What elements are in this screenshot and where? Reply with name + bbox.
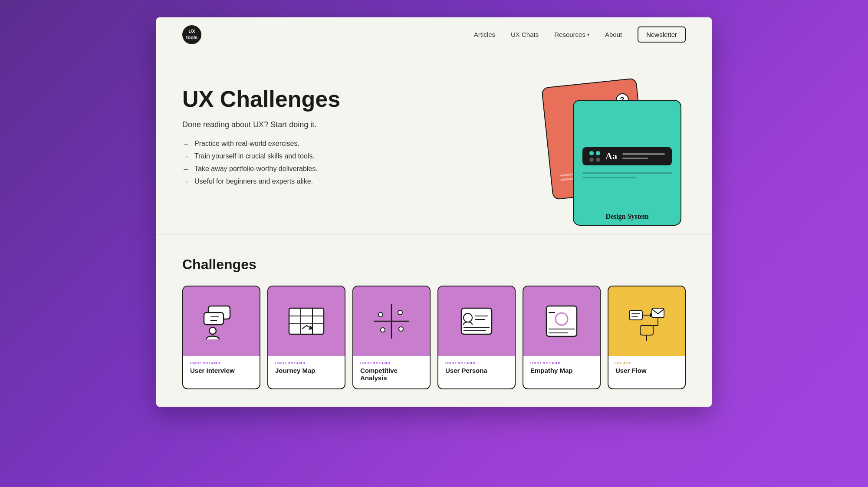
arrow-icon: → [182,140,189,148]
challenge-name: Competitive Analysis [360,367,423,382]
challenges-grid: UNDERSTAND User Interview [182,286,686,389]
challenge-card-user-interview[interactable]: UNDERSTAND User Interview [182,286,260,389]
card-bottom-text: IMPLEMENT Design System [574,207,681,220]
svg-point-5 [209,327,216,334]
challenges-section: Challenges UNDER [156,235,712,407]
challenge-tag: UNDERSTAND [530,361,593,365]
list-item: → Practice with real-world exercises. [182,140,340,148]
hero-title: UX Challenges [182,87,340,112]
resources-chevron-icon: ▾ [587,32,589,37]
challenge-tag: UNDERSTAND [275,361,338,365]
teal-card-lines [582,172,672,178]
challenge-tag: IDEATE [615,361,678,365]
competitive-analysis-icon [370,299,413,343]
user-persona-icon [455,299,498,343]
logo-circle: UX tools [182,25,201,44]
logo-text: UX tools [186,29,197,40]
main-nav: Articles UX Chats Resources ▾ About News… [474,26,686,43]
implement-label: IMPLEMENT [574,207,681,211]
svg-point-14 [398,310,402,315]
newsletter-button[interactable]: Newsletter [638,26,686,43]
card-front-inner: Aa [582,147,672,165]
dots-grid [589,151,600,162]
svg-rect-35 [640,326,653,335]
card-top [523,286,600,356]
page-wrapper: UX tools Articles UX Chats Resources ▾ A… [156,17,712,407]
svg-point-16 [378,313,383,317]
svg-rect-6 [289,308,324,334]
user-flow-icon [625,299,668,343]
list-item: → Take away portfolio-worthy deliverable… [182,165,340,173]
svg-rect-29 [629,310,642,320]
challenge-tag: UNDERSTAND [445,361,508,365]
card-bottom: UNDERSTAND Competitive Analysis [353,356,430,388]
svg-point-15 [381,328,385,332]
challenge-card-empathy-map[interactable]: UNDERSTAND Empathy Map [523,286,601,389]
svg-point-17 [399,327,403,331]
arrow-icon: → [182,178,189,186]
challenge-name: Empathy Map [530,367,593,374]
logo[interactable]: UX tools [182,25,201,44]
list-item-text: Train yourself in crucial skills and too… [194,152,315,160]
list-item-text: Take away portfolio-worthy deliverables. [194,165,318,173]
list-item-text: Useful for beginners and experts alike. [194,178,313,185]
challenge-card-user-flow[interactable]: IDEATE User Flow [608,286,686,389]
challenge-name: User Persona [445,367,508,374]
challenge-tag: UNDERSTAND [360,361,423,365]
card-bottom: UNDERSTAND User Persona [438,356,515,381]
challenge-card-competitive-analysis[interactable]: UNDERSTAND Competitive Analysis [352,286,431,389]
list-item: → Train yourself in crucial skills and t… [182,152,340,161]
challenge-name: User Flow [615,367,678,374]
journey-map-icon [285,299,328,343]
nav-ux-chats[interactable]: UX Chats [511,31,539,38]
svg-rect-34 [652,308,664,318]
hero-content: UX Challenges Done reading about UX? Sta… [182,78,340,186]
card-top [268,286,345,356]
nav-resources-dropdown[interactable]: Resources ▾ [554,31,589,38]
card-top [608,286,685,356]
card-lines [622,153,665,159]
hero-illustration: ? [547,74,694,213]
design-system-label: Design System [605,213,648,220]
card-bottom: IDEATE User Flow [608,356,685,381]
user-interview-icon [200,299,243,343]
challenges-section-title: Challenges [182,257,686,273]
challenge-name: User Interview [190,367,253,374]
card-bottom: UNDERSTAND Journey Map [268,356,345,381]
arrow-icon: → [182,153,189,161]
list-item: → Useful for beginners and experts alike… [182,178,340,186]
card-top [438,286,515,356]
list-item-text: Practice with real-world exercises. [194,140,299,148]
challenge-name: Journey Map [275,367,338,374]
card-front: Aa IMPLEMENT Design System [573,100,681,226]
card-bottom: UNDERSTAND Empathy Map [523,356,600,381]
challenge-tag: UNDERSTAND [190,361,253,365]
svg-rect-2 [204,313,224,325]
card-top [353,286,430,356]
nav-articles[interactable]: Articles [474,31,495,38]
empathy-map-icon [540,299,583,343]
hero-subtitle: Done reading about UX? Start doing it. [182,120,340,129]
nav-about[interactable]: About [605,31,622,38]
aa-typography-icon: Aa [605,151,617,162]
challenge-card-journey-map[interactable]: UNDERSTAND Journey Map [267,286,345,389]
card-top [183,286,260,356]
challenge-card-user-persona[interactable]: UNDERSTAND User Persona [437,286,516,389]
svg-rect-24 [546,306,577,336]
hero-list: → Practice with real-world exercises. → … [182,140,340,186]
arrow-icon: → [182,165,189,173]
nav-resources-label: Resources [554,31,585,38]
card-bottom: UNDERSTAND User Interview [183,356,260,381]
hero-section: UX Challenges Done reading about UX? Sta… [156,52,712,235]
header: UX tools Articles UX Chats Resources ▾ A… [156,17,712,52]
